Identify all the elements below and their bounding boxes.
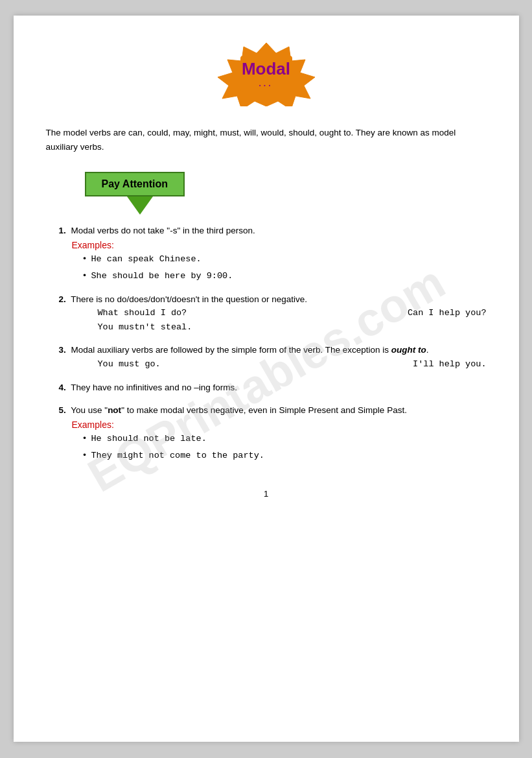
rule-5-text-post: " to make modal verbs negative, even in … xyxy=(121,405,407,415)
examples-5-list: He should not be late. They might not co… xyxy=(82,432,487,462)
rule-5: 5. You use "not" to make modal verbs neg… xyxy=(59,403,487,462)
rule-3-examples: You must go. I'll help you. xyxy=(98,357,487,372)
rule-4-text: They have no infinitives and no –ing for… xyxy=(71,383,237,392)
intro-paragraph: The model verbs are can, could, may, mig… xyxy=(46,126,487,154)
page: EQPrintables.com Modal ... The model ver… xyxy=(14,16,519,742)
rules-list: 1. Modal verbs do not take "-s" in the t… xyxy=(59,224,487,462)
rule-3: 3. Modal auxiliary verbs are followed by… xyxy=(59,343,487,371)
rule-4-num: 4. xyxy=(59,383,66,392)
example-5-2: They might not come to the party. xyxy=(82,449,487,463)
pay-attention-box: Pay Attention xyxy=(85,172,185,196)
rule-2: 2. There is no do/does/don't/doesn't in … xyxy=(59,292,487,335)
rule-3-right-1: I'll help you. xyxy=(413,357,486,372)
pay-attention-container: Pay Attention xyxy=(85,172,487,216)
rule-5-text-pre: You use " xyxy=(71,405,108,415)
page-number: 1 xyxy=(46,489,487,499)
example-5-1: He should not be late. xyxy=(82,432,487,446)
example-1-2: She should be here by 9:00. xyxy=(82,269,487,283)
rule-5-num: 5. xyxy=(59,405,66,415)
rule-3-num: 3. xyxy=(59,345,66,355)
rule-2-right-1: Can I help you? xyxy=(408,306,487,320)
rule-3-line-1: You must go. I'll help you. xyxy=(98,357,487,372)
rule-2-num: 2. xyxy=(59,294,66,304)
rule-4: 4. They have no infinitives and no –ing … xyxy=(59,381,487,395)
rule-2-examples: What should I do? Can I help you? You mu… xyxy=(98,306,487,334)
svg-marker-2 xyxy=(127,196,153,215)
modal-title: Modal ... xyxy=(242,59,290,89)
examples-5-heading: Examples: xyxy=(72,420,114,430)
pay-attention-arrow xyxy=(121,196,159,216)
rule-2-text: There is no do/does/don't/doesn't in the… xyxy=(71,294,307,304)
title-container: Modal ... xyxy=(46,41,487,106)
rule-3-period: . xyxy=(426,345,429,355)
rule-3-text: Modal auxiliary verbs are followed by th… xyxy=(71,345,389,355)
examples-1-list: He can speak Chinese. She should be here… xyxy=(82,252,487,283)
rule-1: 1. Modal verbs do not take "-s" in the t… xyxy=(59,224,487,283)
rule-1-num: 1. xyxy=(59,226,66,235)
rule-3-left-1: You must go. xyxy=(98,357,161,372)
rule-2-left-1: What should I do? xyxy=(98,306,187,320)
rule-5-not: not xyxy=(108,405,121,415)
example-1-1: He can speak Chinese. xyxy=(82,252,487,266)
examples-1-heading: Examples: xyxy=(72,240,114,250)
starburst: Modal ... xyxy=(195,41,338,106)
rule-2-left-2: You mustn't steal. xyxy=(98,322,192,332)
rule-2-line-1: What should I do? Can I help you? xyxy=(98,306,487,320)
rule-2-line-2: You mustn't steal. xyxy=(98,320,487,335)
rule-3-ought: ought to xyxy=(391,345,426,355)
rule-1-text: Modal verbs do not take "-s" in the thir… xyxy=(71,226,255,235)
